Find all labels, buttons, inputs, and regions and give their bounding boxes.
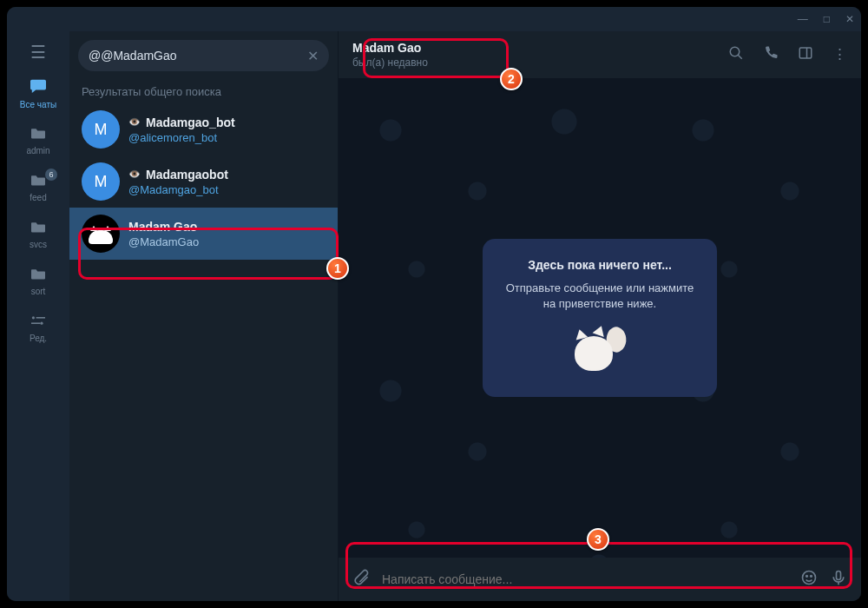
window-close-icon[interactable]: ✕ [845,13,854,25]
rail-label: admin [26,146,49,155]
rail-folder-svcs[interactable]: svcs [10,214,66,255]
bot-icon: 👁️ [128,116,141,128]
rail-all-chats[interactable]: Все чаты [10,73,66,115]
avatar: M [82,162,120,201]
rail-label: feed [30,193,46,202]
rail-edit-folders[interactable]: Ред. [10,307,66,349]
search-icon[interactable] [728,45,744,65]
rail-label: Все чаты [20,100,56,109]
sidebar-toggle-icon[interactable] [798,45,813,65]
svg-rect-11 [837,571,841,579]
rail-folder-feed[interactable]: 6 feed [10,167,66,208]
chat-body: Здесь пока ничего нет... Отправьте сообщ… [339,78,861,558]
more-icon[interactable]: ⋮ [832,45,847,65]
empty-chat-card[interactable]: Здесь пока ничего нет... Отправьте сообщ… [483,239,717,397]
annotation-badge-2: 2 [500,68,523,90]
bot-icon: 👁️ [128,169,141,180]
result-handle: @Madamgao_bot [128,183,228,196]
clear-search-icon[interactable]: ✕ [307,48,319,64]
settings-icon [30,314,47,332]
svg-rect-3 [31,322,40,324]
menu-icon[interactable]: ☰ [30,42,46,63]
folder-icon [30,126,47,144]
svg-line-5 [738,55,742,59]
folder-icon [30,267,47,285]
svg-point-0 [32,316,35,319]
search-result-selected[interactable]: Madam Gao @MadamGao [69,208,338,260]
rail-label: svcs [30,240,47,249]
message-input[interactable] [382,572,788,586]
greeting-sticker[interactable] [569,326,630,378]
message-input-row [339,558,861,601]
chat-title: Madam Gao [352,41,428,55]
chat-status: был(а) недавно [352,56,428,69]
unread-badge: 6 [45,169,57,181]
annotation-badge-1: 1 [326,257,349,280]
window-maximize-icon[interactable]: □ [824,13,830,25]
svg-point-2 [40,322,43,325]
folder-icon [30,173,47,191]
search-result[interactable]: M 👁️Madamgaobot @Madamgao_bot [69,155,338,208]
svg-rect-6 [799,48,812,58]
rail-label: Ред. [30,334,47,343]
voice-icon[interactable] [830,569,847,591]
search-input-wrapper[interactable]: ✕ [78,40,329,71]
svg-point-9 [806,575,808,577]
chat-header: Madam Gao был(а) недавно ⋮ [339,31,861,78]
folder-rail: ☰ Все чаты admin 6 feed [7,31,69,601]
call-icon[interactable] [763,45,779,65]
chat-area: Madam Gao был(а) недавно ⋮ [339,31,861,601]
result-handle: @alicemoren_bot [128,131,235,144]
result-handle: @MadamGao [128,235,199,248]
annotation-badge-3: 3 [587,528,609,551]
rail-folder-sort[interactable]: sort [10,261,66,302]
result-name: Madam Gao [128,220,197,234]
window-minimize-icon[interactable]: — [798,13,808,25]
attach-icon[interactable] [352,569,370,591]
result-name: Madamgaobot [146,168,228,182]
emoji-icon[interactable] [800,569,818,591]
svg-point-10 [811,575,812,577]
titlebar: — □ ✕ [7,7,861,31]
empty-title: Здесь пока ничего нет... [505,258,694,272]
folder-icon [30,220,47,238]
search-input[interactable] [89,49,300,63]
avatar [82,215,120,253]
chat-list-panel: ✕ Результаты общего поиска M 👁️Madamgao_… [69,31,339,601]
svg-rect-1 [36,317,45,319]
svg-point-4 [730,47,740,56]
search-section-title: Результаты общего поиска [69,78,338,103]
result-name: Madamgao_bot [146,116,235,129]
rail-folder-admin[interactable]: admin [10,120,66,162]
avatar: M [82,110,120,149]
chat-icon [29,78,48,98]
empty-subtitle: Отправьте сообщение или нажмите на приве… [505,281,694,312]
rail-label: sort [31,287,46,296]
svg-point-8 [803,571,816,584]
app-window: — □ ✕ ☰ Все чаты admin [7,7,861,601]
search-result[interactable]: M 👁️Madamgao_bot @alicemoren_bot [69,103,338,155]
